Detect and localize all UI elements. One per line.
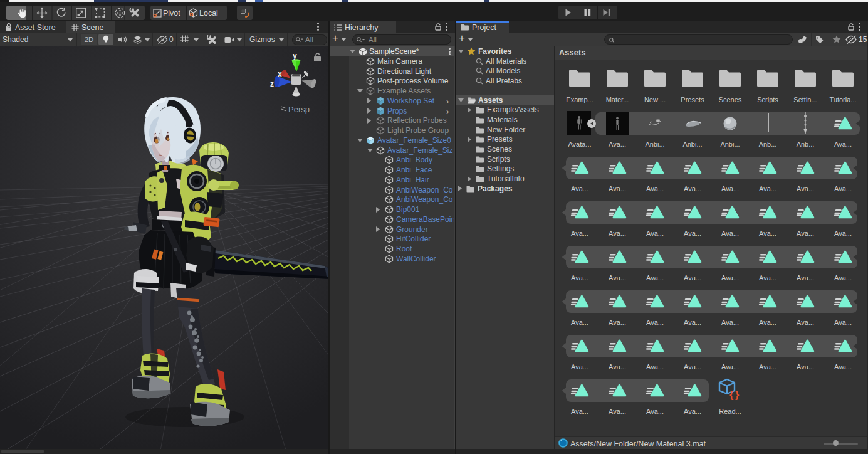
svg-text:y: y xyxy=(293,51,297,60)
svg-text:{: { xyxy=(729,389,733,400)
svg-text:x: x xyxy=(278,70,282,78)
svg-text:Persp: Persp xyxy=(288,105,310,114)
svg-text:z: z xyxy=(270,80,274,88)
svg-text:}: } xyxy=(735,389,739,400)
